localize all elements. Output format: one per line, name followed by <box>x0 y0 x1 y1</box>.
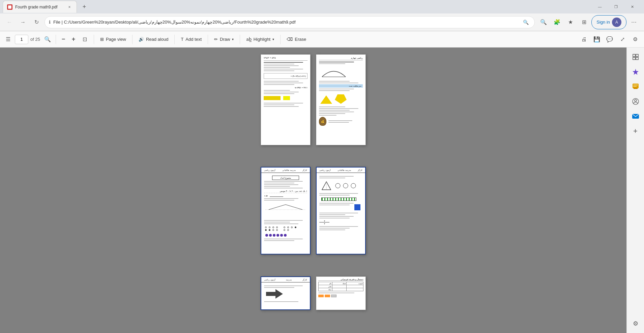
pdf-zoom-in-button[interactable]: + <box>69 35 78 44</box>
pdf-highlight-button[interactable]: ab̲ Highlight ▾ <box>243 33 277 46</box>
url-search-icon[interactable]: 🔍 <box>521 18 530 27</box>
svg-point-9 <box>343 183 348 188</box>
refresh-button[interactable]: ↻ <box>31 17 42 28</box>
svg-rect-19 <box>633 85 638 85</box>
add-text-label: Add text <box>185 37 202 42</box>
svg-rect-12 <box>633 54 635 57</box>
tab-title: Fourth grade math9.pdf <box>15 5 64 9</box>
pdf-draw-button[interactable]: ✏ Draw ▾ <box>211 33 237 46</box>
tab-close-button[interactable]: × <box>66 4 72 10</box>
browser-collections-button[interactable]: ⊞ <box>578 16 590 28</box>
pdf-erase-button[interactable]: ⌫ Erase <box>283 33 310 46</box>
pdf-search-button[interactable]: 🔍 <box>42 34 53 45</box>
toolbar-divider-2 <box>94 35 94 44</box>
read-aloud-icon: 🔊 <box>139 37 144 42</box>
toolbar-divider-6 <box>240 35 240 44</box>
browser-search-button[interactable]: 🔍 <box>537 16 550 28</box>
pdf-nav-controls: ☰ of 25 🔍 <box>3 34 53 45</box>
pdf-zoom-out-button[interactable]: − <box>59 35 68 44</box>
pdf-pages-container: ۵۴۵ + ۷۹۵۳ (۱+۲/۱)+(۳+۱/۳) = ۲۷۱۱ = to ۷… <box>261 54 366 326</box>
active-tab[interactable]: Fourth grade math9.pdf × <box>3 1 77 13</box>
forward-button[interactable]: → <box>18 17 28 28</box>
page-3-header: آزمون ریاضی مدرسه طالقانی کارگر <box>261 168 310 173</box>
svg-point-22 <box>635 99 637 101</box>
minimize-button[interactable]: — <box>592 0 608 13</box>
pdf-viewer[interactable]: ۵۴۵ + ۷۹۵۳ (۱+۲/۱)+(۳+۱/۳) = ۲۷۱۱ = to ۷… <box>0 48 626 333</box>
sidebar-outlook-icon[interactable] <box>629 110 642 123</box>
pdf-zoom-controls: − + ⊡ <box>59 33 91 46</box>
pdf-save-button[interactable]: 💾 <box>591 33 603 46</box>
page-6-table: نام تعداد قیمت دفتر مداد <box>318 282 363 291</box>
toolbar-divider-4 <box>174 35 175 44</box>
svg-marker-1 <box>320 95 332 104</box>
address-bar[interactable]: ℹ File | C:/Users/Green%20rayan/Desktop/… <box>45 16 535 28</box>
svg-rect-13 <box>636 54 638 57</box>
new-tab-button[interactable]: + <box>80 2 89 11</box>
toolbar-divider-1 <box>56 35 56 44</box>
avatar: A <box>612 18 621 27</box>
tab-favicon <box>7 4 12 10</box>
sign-in-label: Sign in <box>596 20 610 25</box>
pdf-add-text-button[interactable]: T Add text <box>177 33 205 46</box>
toolbar-divider-7 <box>280 35 281 44</box>
draw-icon: ✏ <box>214 37 218 42</box>
draw-dropdown-icon: ▾ <box>232 37 234 41</box>
pdf-fit-button[interactable]: ⊡ <box>79 33 91 46</box>
pdf-read-aloud-button[interactable]: 🔊 Read aloud <box>135 33 172 46</box>
pdf-comment-button[interactable]: 💬 <box>604 33 616 46</box>
url-text: File | C:/Users/Green%20rayan/Desktop/al… <box>53 20 518 25</box>
right-sidebar: + ⚙ <box>626 48 644 333</box>
svg-rect-20 <box>633 86 637 87</box>
svg-line-4 <box>269 205 286 210</box>
pdf-page-input[interactable] <box>15 35 28 44</box>
back-button[interactable]: ← <box>4 17 15 28</box>
page-view-label: Page view <box>106 37 126 42</box>
page-4-header: آزمون ریاضی مدرسه طالقانی کارگر <box>317 168 365 173</box>
browser-more-button[interactable]: ⋯ <box>628 16 640 28</box>
svg-rect-18 <box>634 88 638 89</box>
sidebar-security-icon[interactable] <box>629 95 642 108</box>
sidebar-settings-icon[interactable]: ⚙ <box>629 317 642 330</box>
pdf-print-button[interactable]: 🖨 <box>578 33 590 46</box>
pdf-page-2[interactable]: ریاضی چهارم متن هایلایت شده <box>316 54 366 145</box>
pdf-page-4[interactable]: آزمون ریاضی مدرسه طالقانی کارگر <box>316 167 366 254</box>
pdf-page-1[interactable]: ۵۴۵ + ۷۹۵۳ (۱+۲/۱)+(۳+۱/۳) = ۲۷۱۱ = to ۷… <box>261 54 311 145</box>
highlight-label: Highlight <box>254 37 271 42</box>
browser-extensions-button[interactable]: 🧩 <box>551 16 563 28</box>
draw-label: Draw <box>220 37 230 42</box>
svg-rect-14 <box>633 57 635 60</box>
close-button[interactable]: ✕ <box>624 0 640 13</box>
svg-point-10 <box>351 183 356 188</box>
svg-marker-11 <box>266 289 283 299</box>
svg-marker-16 <box>633 69 639 75</box>
page-5-header: آزمون ریاضی مدرسه کارگر <box>261 277 310 282</box>
erase-label: Erase <box>295 37 306 42</box>
pdf-expand-button[interactable]: ⤢ <box>616 33 628 46</box>
pdf-page-view-button[interactable]: ⊞ Page view <box>97 33 129 46</box>
pdf-settings-button[interactable]: ⚙ <box>629 33 641 46</box>
pdf-page-5[interactable]: آزمون ریاضی مدرسه کارگر <box>261 276 311 310</box>
add-text-icon: T <box>181 37 183 42</box>
pdf-page-6[interactable]: دستمال و دفترچه قیره‌وانی نام تعداد قیمت… <box>316 276 366 310</box>
erase-icon: ⌫ <box>287 37 293 42</box>
protocol-icon: ℹ <box>49 20 51 25</box>
sidebar-copilot-icon[interactable] <box>629 65 642 79</box>
svg-rect-15 <box>636 57 638 60</box>
pdf-page-3[interactable]: آزمون ریاضی مدرسه طالقانی کارگر مجموع اع… <box>261 167 311 254</box>
sidebar-add-icon[interactable]: + <box>629 124 642 138</box>
sidebar-collections-icon[interactable] <box>629 80 642 93</box>
toolbar-divider-3 <box>132 35 133 44</box>
highlight-dropdown-icon: ▾ <box>272 37 274 41</box>
browser-favorites-button[interactable]: ★ <box>564 16 577 28</box>
highlight-icon: ab̲ <box>246 37 251 42</box>
pdf-page-total: of 25 <box>30 37 40 42</box>
sidebar-grid-icon[interactable] <box>629 50 642 64</box>
svg-line-5 <box>286 205 302 210</box>
sign-in-button[interactable]: Sign in A <box>591 15 626 29</box>
maximize-button[interactable]: ❐ <box>608 0 624 13</box>
svg-marker-2 <box>335 94 347 104</box>
toolbar-divider-5 <box>208 35 208 44</box>
pdf-sidebar-toggle[interactable]: ☰ <box>3 34 13 45</box>
svg-point-8 <box>335 183 340 188</box>
page-view-icon: ⊞ <box>100 37 104 42</box>
